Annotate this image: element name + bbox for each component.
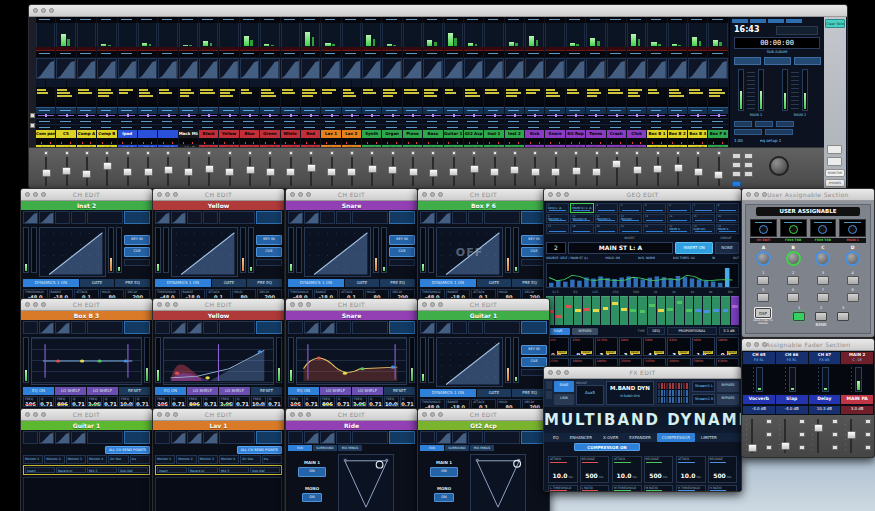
tab-reset[interactable]: RESET: [384, 387, 415, 395]
window-titlebar[interactable]: CH EDIT: [153, 299, 284, 311]
thumbnail-box[interactable]: [171, 321, 186, 334]
geq-band-column[interactable]: [731, 296, 739, 325]
channel-select-button[interactable]: [431, 151, 435, 155]
parameter-box[interactable]: FREQ806: [55, 396, 70, 407]
channel-name-label[interactable]: Black: [199, 130, 218, 138]
fx-param-box[interactable]: L THRESHOLD-18.0dB: [548, 485, 578, 492]
window-control-dot[interactable]: [306, 302, 311, 307]
fader-handle[interactable]: [368, 165, 377, 173]
assignable-button[interactable]: [787, 293, 799, 302]
parameter-box[interactable]: Q0.71: [267, 396, 282, 407]
panel-button[interactable]: [827, 145, 842, 154]
fader-handle[interactable]: [266, 168, 275, 176]
geq-band-column[interactable]: [601, 296, 609, 325]
rack-slot[interactable]: 5: [643, 203, 666, 213]
channel-name-label[interactable]: Inst 2: [505, 130, 524, 138]
fader-handle[interactable]: [144, 168, 153, 176]
thumbnail-box[interactable]: [304, 211, 319, 224]
geq-band-column[interactable]: [721, 296, 729, 325]
rack-slot[interactable]: 7: [692, 203, 715, 213]
channel-name-label[interactable]: [158, 130, 177, 138]
routing-slot[interactable]: Monitor 1: [155, 455, 175, 464]
thumbnail-box[interactable]: [219, 211, 255, 224]
fx-tab-limiter[interactable]: LIMITER: [696, 433, 722, 442]
window-control-dot[interactable]: [157, 192, 162, 197]
monitor-level-knob[interactable]: [769, 156, 789, 176]
channel-name-label[interactable]: Synth: [362, 130, 381, 138]
parameter-box[interactable]: FREQ3.06k: [87, 396, 102, 407]
window-control-dot[interactable]: [290, 412, 295, 417]
geq-band-marker[interactable]: [630, 309, 636, 312]
thumbnail-box[interactable]: [288, 321, 303, 334]
assignable-button[interactable]: [847, 293, 859, 302]
rack-slot[interactable]: 21: [643, 224, 666, 234]
fader-handle[interactable]: [184, 168, 193, 176]
channel-name-label[interactable]: Guitar 1: [444, 130, 463, 138]
window-control-dot[interactable]: [430, 302, 435, 307]
channel-select-button[interactable]: [207, 151, 211, 155]
strip-side-button[interactable]: [799, 432, 805, 437]
thumbnail-box[interactable]: [320, 321, 335, 334]
fx-param-box[interactable]: H RATIO2.00:1: [708, 485, 738, 492]
geq-band-value-box[interactable]: 25Hz-9.8dBRESET: [570, 337, 593, 356]
side-button[interactable]: CUE: [256, 247, 282, 257]
strip-side-button[interactable]: [766, 419, 772, 424]
assignable-knob[interactable]: [815, 251, 830, 266]
thumbnail-box[interactable]: [452, 431, 467, 444]
channel-select-button[interactable]: [513, 151, 517, 155]
rail-button[interactable]: [30, 123, 35, 128]
strip-side-button[interactable]: [799, 445, 805, 450]
geq-band-value-box[interactable]: 50Hz4.5dBRESET: [643, 337, 666, 356]
parameter-box[interactable]: FREQ10.0k: [251, 396, 266, 407]
channel-select-button[interactable]: [554, 151, 558, 155]
fader-handle[interactable]: [470, 165, 479, 173]
window-control-dot[interactable]: [422, 302, 427, 307]
parameter-box[interactable]: FREQ3.06k: [352, 396, 367, 407]
routing-slot[interactable]: Reverb pl: [56, 467, 86, 473]
channel-name-label[interactable]: Ipad: [118, 130, 137, 138]
thumbnail-box[interactable]: [468, 321, 483, 334]
channel-name-label[interactable]: Tones: [586, 130, 605, 138]
thumbnail-box[interactable]: [87, 321, 123, 334]
tab-lo-shelf[interactable]: LO SHELF: [320, 387, 351, 395]
tab-reset[interactable]: RESET: [119, 387, 150, 395]
window-control-dot[interactable]: [754, 342, 759, 347]
all-ch-send-points-button[interactable]: ALL CH SEND POINTS: [105, 446, 150, 454]
window-control-dot[interactable]: [157, 302, 162, 307]
channel-name-label[interactable]: Inst 1: [484, 130, 503, 138]
fader-handle[interactable]: [205, 165, 214, 173]
channel-select-button[interactable]: [65, 151, 69, 155]
routing-slot[interactable]: Monitor 4: [87, 455, 107, 464]
window-control-dot[interactable]: [25, 192, 30, 197]
channel-name-label[interactable]: Bass: [423, 130, 442, 138]
window-control-dot[interactable]: [157, 412, 162, 417]
strip-side-button[interactable]: [832, 432, 838, 437]
tab-pre-eq[interactable]: PRE EQ: [512, 279, 547, 287]
band-reset-button[interactable]: RESET: [654, 351, 664, 355]
fader-strip-header[interactable]: CH 66FX 5L: [776, 352, 808, 364]
geq-band-marker[interactable]: [649, 304, 655, 307]
panel-button[interactable]: [827, 157, 842, 166]
fx-save-button[interactable]: SAVE: [554, 381, 574, 392]
channel-select-button[interactable]: [452, 151, 456, 155]
monitor-panel-button[interactable]: [732, 162, 741, 168]
fx-param-box[interactable]: ATTACK10.0ms: [548, 456, 578, 483]
fader-handle[interactable]: [510, 166, 519, 174]
fader-handle[interactable]: [694, 168, 703, 176]
thumbnail-box[interactable]: [71, 321, 86, 334]
geq-band-marker[interactable]: [686, 309, 692, 312]
channel-select-button[interactable]: [615, 151, 619, 155]
window-control-dot[interactable]: [746, 192, 751, 197]
window-titlebar[interactable]: Assignable Fader Section: [742, 339, 874, 351]
window-control-dot[interactable]: [556, 370, 561, 375]
geq-band-marker[interactable]: [584, 308, 590, 311]
thumbnail-box[interactable]: [219, 431, 255, 444]
pan-field[interactable]: [470, 454, 526, 511]
tab-pre-eq[interactable]: PRE EQ: [247, 279, 282, 287]
channel-select-button[interactable]: [595, 151, 599, 155]
thumbnail-box[interactable]: [468, 211, 483, 224]
geq-band-column[interactable]: [583, 296, 591, 325]
rack-slot[interactable]: 13: [643, 214, 666, 224]
geq-band-marker[interactable]: [658, 309, 664, 312]
geq-band-column[interactable]: [638, 296, 646, 325]
